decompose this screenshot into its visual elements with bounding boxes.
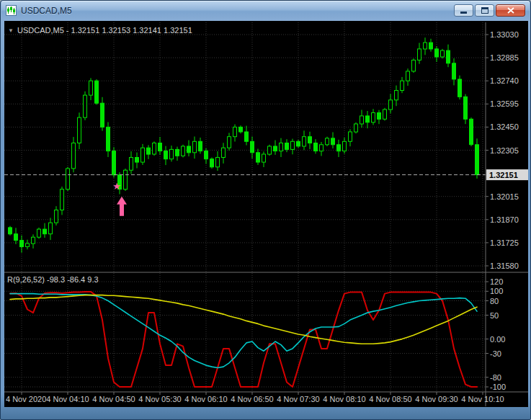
svg-text:4 Nov 07:30: 4 Nov 07:30 bbox=[277, 395, 319, 403]
chart-window: USDCAD,M5 ★1.330301.328851.327401.325951… bbox=[0, 0, 531, 420]
restore-icon bbox=[481, 7, 488, 14]
svg-text:80: 80 bbox=[490, 297, 499, 305]
svg-text:4 Nov 04:10: 4 Nov 04:10 bbox=[46, 395, 89, 403]
svg-text:4 Nov 08:10: 4 Nov 08:10 bbox=[323, 395, 365, 403]
svg-text:1.32885: 1.32885 bbox=[490, 53, 519, 62]
svg-text:1.31870: 1.31870 bbox=[490, 215, 519, 224]
buy-signal-star: ★ bbox=[112, 181, 121, 192]
svg-text:4 Nov 08:50: 4 Nov 08:50 bbox=[369, 395, 411, 403]
svg-text:1.33030: 1.33030 bbox=[490, 30, 519, 39]
svg-text:-80: -80 bbox=[490, 373, 501, 382]
symbol-dropdown-icon: ▼ bbox=[8, 27, 14, 34]
chart-ohlc-header: USDCAD,M5 - 1.32151 1.32153 1.32141 1.32… bbox=[17, 26, 192, 35]
chart-canvas[interactable]: ★1.330301.328851.327401.325951.324501.32… bbox=[4, 21, 528, 407]
svg-text:1.31580: 1.31580 bbox=[490, 262, 519, 270]
svg-text:1.32740: 1.32740 bbox=[490, 76, 519, 85]
window-title: USDCAD,M5 bbox=[21, 6, 72, 16]
svg-text:4 Nov 2020: 4 Nov 2020 bbox=[6, 395, 46, 403]
svg-text:4 Nov 04:50: 4 Nov 04:50 bbox=[92, 395, 135, 403]
svg-text:1.32450: 1.32450 bbox=[490, 122, 519, 131]
svg-text:4 Nov 06:50: 4 Nov 06:50 bbox=[231, 395, 273, 403]
svg-text:4 Nov 09:30: 4 Nov 09:30 bbox=[415, 395, 458, 403]
window-controls bbox=[454, 4, 525, 17]
svg-text:4 Nov 06:10: 4 Nov 06:10 bbox=[184, 395, 227, 403]
svg-text:1.31725: 1.31725 bbox=[490, 238, 519, 247]
svg-text:4 Nov 10:10: 4 Nov 10:10 bbox=[461, 395, 504, 403]
svg-text:1.32595: 1.32595 bbox=[490, 99, 519, 108]
svg-text:120: 120 bbox=[490, 277, 503, 286]
svg-text:4 Nov 05:30: 4 Nov 05:30 bbox=[138, 395, 181, 403]
svg-text:0.00: 0.00 bbox=[490, 335, 505, 344]
close-icon bbox=[507, 7, 514, 14]
title-bar[interactable]: USDCAD,M5 bbox=[1, 1, 530, 20]
close-button[interactable] bbox=[496, 4, 525, 17]
chart-area: ★1.330301.328851.327401.325951.324501.32… bbox=[4, 21, 528, 407]
svg-text:-30: -30 bbox=[490, 349, 501, 358]
svg-text:-100: -100 bbox=[490, 383, 506, 391]
svg-text:1.32305: 1.32305 bbox=[490, 146, 519, 155]
indicator-header: R(9,26,52) -98.3 -86.4 9.3 bbox=[7, 275, 99, 284]
svg-text:1.32015: 1.32015 bbox=[490, 192, 519, 201]
restore-button[interactable] bbox=[475, 4, 494, 17]
svg-text:50: 50 bbox=[490, 311, 499, 320]
current-price-label: 1.32151 bbox=[489, 171, 518, 179]
svg-text:100: 100 bbox=[490, 287, 503, 295]
chart-window-icon bbox=[6, 5, 17, 16]
minimize-icon bbox=[460, 12, 467, 14]
minimize-button[interactable] bbox=[454, 4, 473, 17]
